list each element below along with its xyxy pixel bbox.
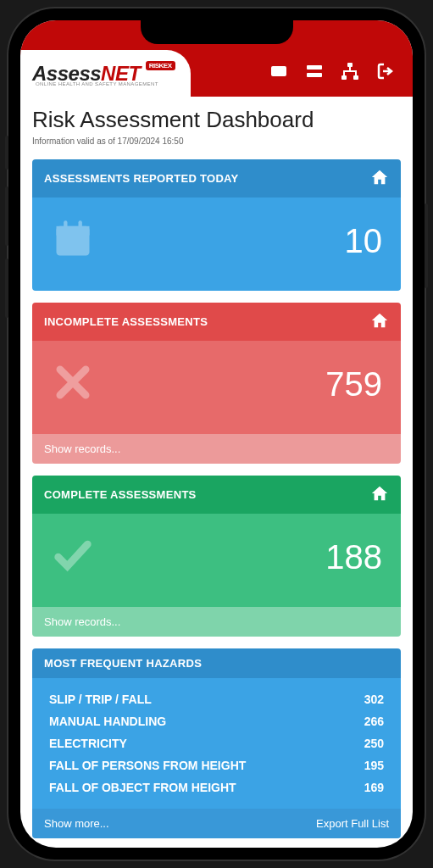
card-footer: Show records...: [32, 607, 401, 637]
app-screen: AssessNET RISKEX ONLINE HEALTH AND SAFET…: [20, 20, 413, 848]
card-hazards: MOST FREQUENT HAZARDS SLIP / TRIP / FALL…: [32, 648, 401, 838]
hazard-label: FALL OF OBJECT FROM HEIGHT: [49, 781, 236, 794]
hazard-label: FALL OF PERSONS FROM HEIGHT: [49, 759, 246, 772]
phone-side-button: [425, 203, 428, 288]
logout-icon[interactable]: [375, 61, 396, 85]
hazard-row[interactable]: FALL OF OBJECT FROM HEIGHT 169: [49, 776, 384, 798]
hazard-value: 250: [364, 737, 384, 750]
logo-badge: RISKEX: [146, 61, 175, 70]
phone-notch: [141, 20, 293, 44]
card-header: ASSESSMENTS REPORTED TODAY: [32, 159, 401, 198]
home-icon[interactable]: [370, 311, 389, 332]
logo-tagline: ONLINE HEALTH AND SAFETY MANAGEMENT: [36, 81, 158, 86]
dashboard-content[interactable]: Risk Assessment Dashboard Information va…: [20, 97, 413, 848]
card-value: 10: [345, 222, 383, 260]
svg-rect-9: [79, 220, 82, 230]
hazard-label: SLIP / TRIP / FALL: [49, 693, 152, 706]
card-body: 759: [32, 341, 401, 434]
card-view-icon[interactable]: [269, 61, 289, 85]
svg-rect-2: [307, 73, 322, 77]
svg-rect-0: [271, 66, 286, 76]
page-subtitle: Information valid as of 17/09/2024 16:50: [32, 136, 401, 146]
page-title: Risk Assessment Dashboard: [32, 107, 401, 133]
hazard-label: ELECTRICITY: [49, 737, 127, 750]
phone-frame: AssessNET RISKEX ONLINE HEALTH AND SAFET…: [8, 8, 425, 860]
card-footer: Show more... Export Full List: [32, 809, 401, 838]
svg-rect-3: [347, 63, 353, 67]
home-icon[interactable]: [370, 168, 389, 189]
cross-icon: [51, 360, 95, 408]
card-value: 188: [325, 538, 382, 576]
home-icon[interactable]: [370, 484, 389, 505]
svg-rect-1: [307, 65, 322, 70]
check-icon: [51, 533, 95, 581]
calendar-icon: [51, 217, 95, 264]
hazard-value: 302: [364, 693, 384, 706]
card-body: 10: [32, 198, 401, 291]
list-view-icon[interactable]: [304, 61, 325, 85]
show-records-link[interactable]: Show records...: [44, 615, 120, 628]
hazard-label: MANUAL HANDLING: [49, 715, 166, 728]
card-footer: Show records...: [32, 434, 401, 464]
hazard-value: 195: [364, 759, 384, 772]
hazard-row[interactable]: SLIP / TRIP / FALL 302: [49, 688, 384, 710]
hazard-value: 266: [364, 715, 384, 728]
hazard-row[interactable]: MANUAL HANDLING 266: [49, 710, 384, 732]
sitemap-icon[interactable]: [340, 61, 360, 85]
svg-rect-8: [64, 220, 67, 230]
card-title: COMPLETE ASSESSMENTS: [44, 488, 197, 501]
logo[interactable]: AssessNET RISKEX ONLINE HEALTH AND SAFET…: [20, 50, 191, 97]
show-records-link[interactable]: Show records...: [44, 442, 120, 455]
card-complete: COMPLETE ASSESSMENTS 188 Show records...: [32, 476, 401, 637]
card-title: MOST FREQUENT HAZARDS: [44, 657, 202, 670]
svg-rect-5: [353, 75, 358, 80]
export-full-list-link[interactable]: Export Full List: [316, 817, 389, 830]
hazard-row[interactable]: FALL OF PERSONS FROM HEIGHT 195: [49, 754, 384, 776]
phone-side-button: [5, 136, 8, 170]
card-reported-today: ASSESSMENTS REPORTED TODAY 10: [32, 159, 401, 291]
phone-side-button: [5, 186, 8, 246]
phone-side-button: [5, 259, 8, 318]
card-incomplete: INCOMPLETE ASSESSMENTS 759 Show records.…: [32, 303, 401, 464]
card-value: 759: [325, 365, 382, 403]
card-header: INCOMPLETE ASSESSMENTS: [32, 303, 401, 341]
hazard-row[interactable]: ELECTRICITY 250: [49, 732, 384, 754]
show-more-link[interactable]: Show more...: [44, 817, 109, 830]
card-body: 188: [32, 514, 401, 607]
hazard-value: 169: [364, 781, 384, 794]
svg-rect-4: [341, 75, 347, 80]
header-actions: [269, 61, 413, 97]
card-title: ASSESSMENTS REPORTED TODAY: [44, 172, 239, 185]
card-header: MOST FREQUENT HAZARDS: [32, 648, 401, 678]
card-title: INCOMPLETE ASSESSMENTS: [44, 315, 208, 328]
card-header: COMPLETE ASSESSMENTS: [32, 476, 401, 514]
hazard-list: SLIP / TRIP / FALL 302 MANUAL HANDLING 2…: [32, 678, 401, 809]
svg-rect-7: [57, 226, 90, 236]
